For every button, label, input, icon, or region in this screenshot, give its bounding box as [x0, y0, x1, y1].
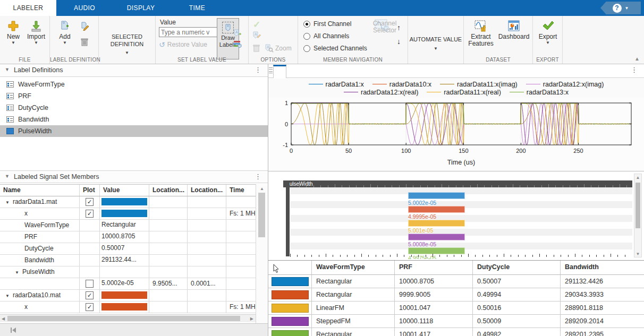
help-button[interactable]: ? ▼: [600, 2, 641, 14]
label-definition-bandwidth[interactable]: Bandwidth: [0, 114, 268, 125]
value-input[interactable]: [159, 27, 221, 37]
zoom-button[interactable]: A Zoom: [265, 44, 292, 53]
splitter-handle-icon[interactable]: [269, 67, 273, 73]
pulsewidth-bar[interactable]: [408, 247, 465, 254]
signal-color-swatch: [101, 291, 147, 299]
plot-checkbox[interactable]: ✓: [86, 291, 94, 299]
import-button[interactable]: Import ▼: [26, 19, 47, 45]
panel-menu-icon[interactable]: ⋮: [255, 66, 261, 74]
pulsewidth-vertical-scrollbar[interactable]: ▲ ▼: [634, 174, 642, 257]
label-definition-pulsewidth[interactable]: PulseWidth: [0, 125, 268, 137]
delete-label-definition-button[interactable]: [80, 37, 89, 47]
plot-checkbox[interactable]: ✓: [86, 210, 94, 218]
tab-audio[interactable]: AUDIO: [56, 0, 113, 16]
tab-labeler[interactable]: LABELER: [0, 0, 56, 16]
pulsewidth-bar[interactable]: [408, 220, 465, 227]
signal-plot[interactable]: 05010015020025010-1Time (us): [268, 98, 644, 171]
legend-item[interactable]: radarData1:x: [309, 81, 364, 88]
svg-text:-1: -1: [283, 142, 288, 148]
export-button[interactable]: Export ▼: [537, 19, 558, 45]
table-row[interactable]: ▼PulseWidth: [0, 266, 256, 278]
restore-value-button[interactable]: ↺ Restore Value: [159, 40, 207, 49]
categorical-label-icon: [6, 93, 14, 99]
pulsewidth-bar[interactable]: [408, 234, 465, 240]
collapse-triangle-icon[interactable]: ▼: [5, 174, 10, 179]
tree-expander-icon[interactable]: ▼: [5, 200, 10, 205]
legend-item[interactable]: radarData12:x(imag): [526, 81, 604, 88]
panel-menu-icon[interactable]: ⋮: [631, 66, 638, 74]
legend-line-icon: [440, 84, 454, 84]
plot-checkbox[interactable]: [86, 280, 94, 288]
accept-button[interactable]: ✓: [253, 19, 260, 30]
plot-checkbox[interactable]: ✓: [86, 303, 94, 311]
legend-item[interactable]: radarData10:x: [372, 81, 431, 88]
radio-all-channels[interactable]: All Channels: [303, 32, 349, 40]
tree-expander-icon[interactable]: ▼: [15, 270, 19, 275]
extract-features-button[interactable]: Extract Features: [467, 19, 495, 47]
tab-display[interactable]: DISPLAY: [113, 0, 169, 16]
scroll-right-icon[interactable]: ▶: [250, 316, 253, 321]
table-row[interactable]: Rectangular 9999.9005 0.49994 290343.393…: [268, 288, 644, 301]
label-definition-prf[interactable]: PRF: [0, 90, 268, 102]
svg-text:250: 250: [573, 148, 583, 154]
pulsewidth-bar[interactable]: [408, 206, 465, 213]
plot-checkbox[interactable]: ✓: [86, 198, 94, 206]
radio-first-channel[interactable]: First Channel: [303, 20, 351, 28]
add-label-value-button[interactable]: A: [233, 29, 242, 37]
pulsewidth-bar[interactable]: [408, 192, 465, 199]
svg-text:0: 0: [285, 121, 288, 127]
selected-definition-dropdown[interactable]: SELECTED DEFINITION ▼: [99, 33, 155, 55]
label-viewer-button[interactable]: [233, 40, 242, 48]
scrollbar-thumb[interactable]: [258, 193, 265, 237]
table-row[interactable]: LinearFM 10001.047 0.50016 288901.8118: [268, 301, 644, 315]
chevron-down-icon: ▼: [11, 41, 15, 45]
export-check-icon: [541, 19, 555, 33]
table-row[interactable]: WaveFormTypeRectangular: [0, 220, 256, 231]
help-icon: ?: [613, 4, 622, 13]
legend-item[interactable]: radarData12:x(real): [344, 89, 418, 96]
legend-item[interactable]: radarData11:x(real): [427, 89, 501, 96]
new-button[interactable]: New ▼: [3, 19, 23, 45]
label-definition-dutycycle[interactable]: DutyCycle: [0, 102, 268, 114]
scrollbar-thumb[interactable]: [635, 183, 640, 228]
plot-tab[interactable]: [273, 65, 286, 78]
tab-time[interactable]: TIME: [169, 0, 225, 16]
table-row[interactable]: Rectangular 10001.417 0.49982 289201.239…: [268, 328, 644, 336]
table-row[interactable]: SteppedFM 10000.1118 0.50009 289209.2014: [268, 315, 644, 328]
dashboard-button[interactable]: Dashboard: [497, 19, 531, 40]
edit-value-button[interactable]: A: [252, 31, 261, 39]
collapse-triangle-icon[interactable]: ▼: [5, 67, 10, 72]
table-row[interactable]: x✓Fs: 1 MHz: [0, 208, 256, 220]
legend-item[interactable]: radarData13:x: [510, 89, 569, 96]
table-row[interactable]: Rectangular 10000.8705 0.50007 291132.44…: [268, 275, 644, 288]
table-row[interactable]: x✓Fs: 1 MHz: [0, 301, 256, 313]
legend-item[interactable]: radarData11:x(imag): [440, 81, 518, 88]
collapse-ribbon-button[interactable]: ▲: [634, 56, 640, 62]
delete-value-button[interactable]: [252, 44, 260, 53]
label-definition-waveformtype[interactable]: WaveFormType: [0, 79, 268, 90]
radio-selected-channels[interactable]: Selected Channels: [303, 45, 367, 52]
next-member-button[interactable]: ↓: [397, 37, 401, 46]
table-row[interactable]: ▼radarData10.mat✓: [0, 290, 256, 301]
add-label-definition-button[interactable]: Add ▼: [54, 19, 75, 45]
table-row[interactable]: Bandwidth291132.44...: [0, 255, 256, 266]
scroll-up-icon[interactable]: ▲: [256, 186, 268, 191]
members-horizontal-scrollbar[interactable]: ◀ ▶: [0, 314, 256, 322]
tree-expander-icon[interactable]: ▼: [5, 294, 10, 298]
section-label-file: FILE: [0, 57, 49, 63]
table-row[interactable]: ▼radarData1.mat✓: [0, 196, 256, 208]
draw-labels-button[interactable]: Draw Labels: [217, 18, 239, 59]
collapse-panel-icon[interactable]: [10, 326, 17, 334]
table-row[interactable]: DutyCycle0.50007: [0, 243, 256, 255]
scroll-down-icon[interactable]: ▼: [634, 252, 641, 256]
scroll-up-icon[interactable]: ▲: [634, 175, 641, 180]
table-row[interactable]: PRF10000.8705: [0, 231, 256, 243]
scrollbar-thumb[interactable]: [7, 316, 240, 321]
members-vertical-scrollbar[interactable]: ▲ ▼: [256, 184, 268, 336]
edit-label-definition-button[interactable]: [80, 21, 89, 31]
panel-menu-icon[interactable]: ⋮: [255, 173, 261, 180]
pulsewidth-label-panel[interactable]: PulseWidth ▲ ▼ 5.0002e-054.9995e-055.001…: [268, 171, 644, 259]
scroll-left-icon[interactable]: ◀: [2, 316, 5, 321]
previous-member-button[interactable]: ↑: [397, 23, 401, 32]
table-row[interactable]: 5.0002e-059.9505...0.0001...: [0, 278, 256, 290]
